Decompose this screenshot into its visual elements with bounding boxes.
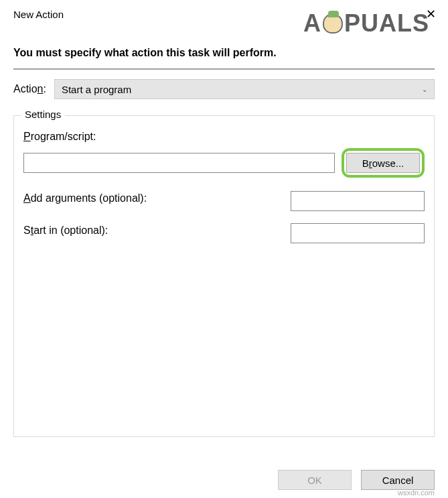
button-bar: OK Cancel — [278, 470, 435, 490]
startin-input[interactable] — [291, 223, 425, 243]
window-title: New Action — [13, 9, 64, 20]
startin-label: Start in (optional): — [23, 225, 108, 237]
action-label: Action: — [13, 83, 46, 95]
chevron-down-icon: ⌄ — [422, 86, 427, 93]
action-dropdown[interactable]: Start a program ⌄ — [54, 79, 435, 99]
program-label: Program/script: — [23, 131, 425, 143]
arguments-input[interactable] — [291, 191, 425, 211]
action-row: Action: Start a program ⌄ — [0, 70, 448, 115]
arguments-row: Add arguments (optional): — [23, 191, 425, 211]
program-row: Browse... — [23, 148, 425, 178]
program-input[interactable] — [23, 153, 335, 173]
ok-button: OK — [278, 470, 352, 490]
browse-highlight: Browse... — [342, 148, 425, 178]
startin-row: Start in (optional): — [23, 223, 425, 243]
browse-button[interactable]: Browse... — [346, 153, 420, 173]
titlebar: New Action ✕ — [0, 0, 448, 27]
close-icon[interactable]: ✕ — [422, 5, 440, 23]
settings-group: Settings Program/script: Browse... Add a… — [13, 115, 435, 437]
cancel-button[interactable]: Cancel — [361, 470, 435, 490]
action-selected: Start a program — [62, 84, 131, 95]
settings-legend: Settings — [21, 109, 65, 120]
instruction-text: You must specify what action this task w… — [0, 27, 448, 68]
arguments-label: Add arguments (optional): — [23, 192, 147, 204]
